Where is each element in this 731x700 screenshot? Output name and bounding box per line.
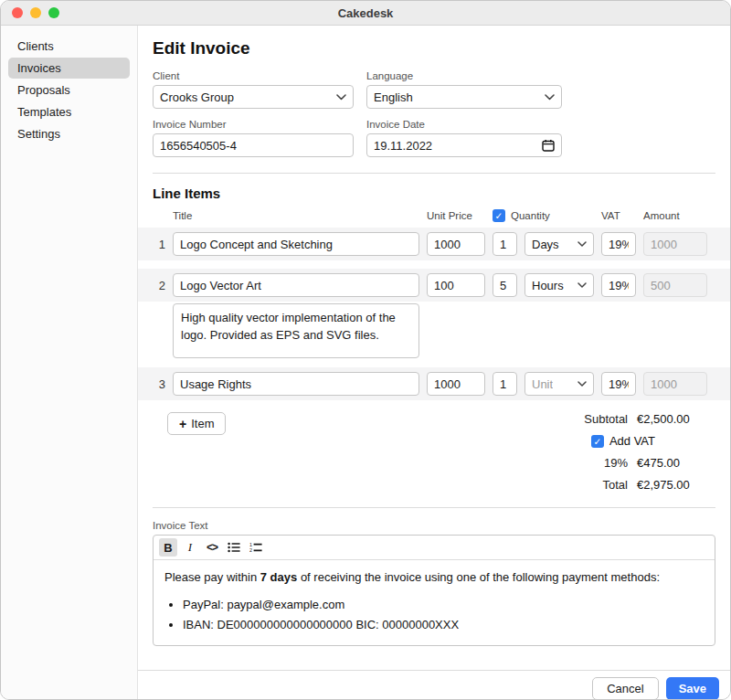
- add-item-button[interactable]: + Item: [167, 412, 226, 435]
- bold-button[interactable]: B: [159, 538, 177, 557]
- item-quantity-input[interactable]: [493, 232, 517, 256]
- item-amount-readout: [643, 273, 707, 297]
- client-label: Client: [153, 70, 354, 81]
- ordered-list-button[interactable]: 12: [247, 538, 265, 557]
- row-number: 2: [153, 279, 165, 292]
- vat-rate-label: 19%: [584, 456, 628, 470]
- item-description-input[interactable]: High quality vector implementation of th…: [173, 303, 419, 358]
- add-vat-checkbox[interactable]: ✓: [591, 435, 604, 448]
- svg-text:1: 1: [249, 542, 252, 547]
- item-title-input[interactable]: [173, 273, 419, 297]
- item-quantity-input[interactable]: [493, 273, 517, 297]
- invoice-text-label: Invoice Text: [153, 520, 715, 531]
- item-unit-placeholder: Unit: [532, 377, 553, 391]
- sidebar-item-clients[interactable]: Clients: [8, 36, 130, 57]
- payment-method-iban: IBAN: DE000000000000000000 BIC: 00000000…: [183, 616, 704, 634]
- invoice-form: Client Crooks Group Language English Inv…: [153, 70, 715, 157]
- chevron-down-icon: [545, 94, 555, 101]
- row-number: 1: [153, 238, 165, 251]
- payment-methods-list: PayPal: paypal@example.com IBAN: DE00000…: [164, 596, 704, 634]
- svg-text:2: 2: [249, 547, 252, 553]
- plus-icon: +: [179, 418, 186, 430]
- invoice-date-input[interactable]: 19.11.2022: [366, 133, 562, 157]
- line-item-description-row: High quality vector implementation of th…: [138, 302, 730, 367]
- item-quantity-input[interactable]: [493, 372, 517, 396]
- item-unit-price-input[interactable]: [427, 273, 485, 297]
- client-select[interactable]: Crooks Group: [153, 85, 354, 109]
- client-field: Client Crooks Group: [153, 70, 354, 109]
- save-button[interactable]: Save: [666, 677, 719, 700]
- language-label: Language: [366, 70, 562, 81]
- calendar-icon: [542, 139, 555, 152]
- chevron-down-icon: [336, 94, 346, 101]
- vat-amount-value: €475.00: [637, 456, 703, 470]
- minimize-window-icon[interactable]: [30, 7, 41, 18]
- bullet-list-button[interactable]: [225, 538, 243, 557]
- check-icon: ✓: [593, 436, 601, 447]
- line-items-header: Title Unit Price ✓ Quantity VAT Amount: [138, 209, 730, 222]
- line-item-row-2: 2 Hours: [138, 269, 730, 302]
- invoice-text-editor: B I <> 12 Please pay within 7 days of re…: [153, 535, 715, 646]
- sidebar-item-invoices[interactable]: Invoices: [8, 58, 130, 79]
- italic-button[interactable]: I: [181, 538, 199, 557]
- invoice-date-value: 19.11.2022: [374, 139, 432, 153]
- invoice-number-field: Invoice Number: [153, 119, 354, 157]
- invoice-date-field: Invoice Date 19.11.2022: [366, 119, 562, 157]
- subtotal-label: Subtotal: [584, 412, 628, 426]
- column-unit-price: Unit Price: [427, 210, 485, 221]
- footer-bar: Cancel Save: [138, 670, 730, 700]
- line-item-row-1: 1 Days: [138, 228, 730, 260]
- item-unit-price-input[interactable]: [427, 232, 485, 256]
- item-title-input[interactable]: [173, 372, 419, 396]
- total-value: €2,975.00: [637, 478, 703, 492]
- item-vat-input[interactable]: [601, 372, 636, 396]
- add-item-label: Item: [191, 417, 214, 430]
- item-vat-input[interactable]: [601, 232, 636, 256]
- ordered-list-icon: 12: [249, 542, 262, 553]
- subtotal-value: €2,500.00: [637, 412, 703, 426]
- close-window-icon[interactable]: [12, 7, 23, 18]
- cancel-button[interactable]: Cancel: [592, 677, 658, 700]
- language-select[interactable]: English: [366, 85, 562, 109]
- chevron-down-icon: [577, 282, 587, 288]
- sidebar: Clients Invoices Proposals Templates Set…: [1, 26, 138, 700]
- add-vat-label: Add VAT: [609, 434, 655, 448]
- item-unit-price-input[interactable]: [427, 372, 485, 396]
- language-select-value: English: [374, 90, 413, 104]
- item-unit-select[interactable]: Unit: [524, 372, 594, 396]
- window-controls: [12, 1, 59, 25]
- app-window: Cakedesk Clients Invoices Proposals Temp…: [0, 0, 731, 700]
- column-title: Title: [173, 210, 419, 221]
- item-unit-select[interactable]: Hours: [524, 273, 594, 297]
- section-divider: [153, 507, 715, 508]
- client-select-value: Crooks Group: [160, 90, 234, 104]
- bullet-list-icon: [228, 542, 240, 553]
- invoice-text-body[interactable]: Please pay within 7 days of receiving th…: [154, 560, 715, 645]
- sidebar-item-proposals[interactable]: Proposals: [8, 80, 130, 101]
- invoice-number-input[interactable]: [153, 133, 354, 157]
- check-icon: ✓: [495, 210, 503, 221]
- item-amount-readout: [643, 372, 707, 396]
- item-unit-select[interactable]: Days: [524, 232, 594, 256]
- page-title: Edit Invoice: [153, 38, 715, 58]
- sidebar-item-settings[interactable]: Settings: [8, 123, 130, 144]
- sidebar-item-templates[interactable]: Templates: [8, 101, 130, 122]
- column-amount: Amount: [643, 210, 707, 221]
- row-number: 3: [153, 377, 165, 391]
- invoice-date-label: Invoice Date: [366, 119, 562, 130]
- language-field: Language English: [366, 70, 562, 109]
- column-vat: VAT: [601, 210, 636, 221]
- payment-terms-bold: 7 days: [260, 570, 297, 584]
- code-button[interactable]: <>: [203, 538, 221, 557]
- quantity-column-checkbox[interactable]: ✓: [493, 209, 505, 222]
- line-items-title: Line Items: [153, 186, 715, 201]
- payment-method-paypal: PayPal: paypal@example.com: [183, 596, 704, 614]
- chevron-down-icon: [577, 381, 587, 387]
- titlebar: Cakedesk: [1, 1, 730, 26]
- invoice-number-label: Invoice Number: [153, 119, 354, 130]
- zoom-window-icon[interactable]: [48, 7, 59, 18]
- item-vat-input[interactable]: [601, 273, 636, 297]
- window-title: Cakedesk: [338, 6, 394, 20]
- editor-toolbar: B I <> 12: [154, 536, 715, 560]
- item-title-input[interactable]: [173, 232, 419, 256]
